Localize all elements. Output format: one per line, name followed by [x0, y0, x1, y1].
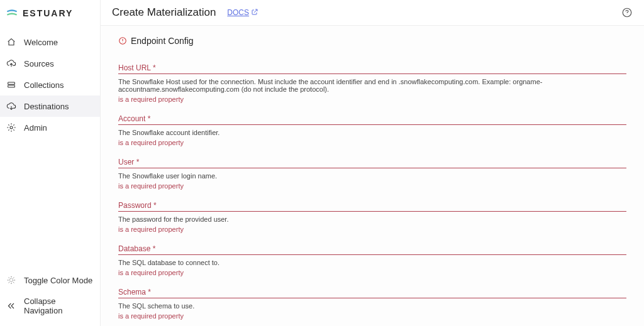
logo-area: ESTUARY	[0, 0, 100, 26]
field-error: is a required property	[118, 225, 626, 233]
sidebar-item-label: Welcome	[24, 38, 58, 47]
field-label-database[interactable]: Database *	[118, 244, 626, 255]
alert-icon	[118, 36, 127, 45]
field-error: is a required property	[118, 95, 626, 103]
sidebar-item-admin[interactable]: Admin	[0, 117, 100, 138]
toggle-color-mode[interactable]: Toggle Color Mode	[0, 269, 100, 291]
sidebar-item-label: Collections	[24, 80, 64, 90]
svg-point-7	[123, 42, 123, 43]
field-desc: The SQL schema to use.	[118, 302, 626, 310]
field-desc: The Snowflake Host used for the connecti…	[118, 78, 626, 93]
content: Endpoint Config Host URL * The Snowflake…	[101, 26, 644, 326]
field-host-url: Host URL * The Snowflake Host used for t…	[118, 63, 626, 103]
field-desc: The Snowflake user login name.	[118, 172, 626, 180]
field-error: is a required property	[118, 269, 626, 276]
field-label-schema[interactable]: Schema *	[118, 288, 626, 298]
field-label-host-url[interactable]: Host URL *	[118, 63, 626, 74]
docs-link[interactable]: DOCS	[227, 8, 258, 18]
home-icon	[6, 37, 16, 47]
field-desc: The password for the provided user.	[118, 215, 626, 223]
sidebar-item-sources[interactable]: Sources	[0, 53, 100, 74]
field-schema: Schema * The SQL schema to use. is a req…	[118, 288, 626, 320]
sidebar-item-welcome[interactable]: Welcome	[0, 31, 100, 53]
database-icon	[6, 80, 16, 90]
docs-label: DOCS	[227, 8, 249, 17]
svg-point-3	[9, 278, 13, 281]
field-error: is a required property	[118, 182, 626, 190]
sidebar-bottom: Toggle Color Mode Collapse Navigation	[0, 269, 100, 326]
main: Create Materialization DOCS	[101, 0, 644, 326]
sidebar-bottom-label: Collapse Navigation	[24, 296, 94, 315]
cloud-download-icon	[6, 101, 16, 111]
collapse-navigation[interactable]: Collapse Navigation	[0, 291, 100, 321]
header: Create Materialization DOCS	[101, 0, 644, 26]
chevrons-left-icon	[6, 301, 16, 311]
page-title: Create Materialization	[112, 6, 216, 19]
sidebar-item-collections[interactable]: Collections	[0, 74, 100, 95]
estuary-logo-icon	[6, 8, 18, 19]
cloud-upload-icon	[6, 58, 16, 68]
field-desc: The SQL database to connect to.	[118, 259, 626, 266]
brand-name: ESTUARY	[23, 8, 73, 18]
field-label-account[interactable]: Account *	[118, 114, 626, 125]
svg-point-5	[627, 14, 628, 15]
nav-items: Welcome Sources Collections	[0, 31, 100, 269]
external-link-icon	[251, 8, 258, 18]
svg-rect-0	[8, 82, 15, 84]
sidebar-item-label: Admin	[24, 123, 47, 133]
sidebar-bottom-label: Toggle Color Mode	[24, 276, 92, 285]
sun-icon	[6, 275, 16, 285]
section-header: Endpoint Config	[118, 36, 626, 46]
field-database: Database * The SQL database to connect t…	[118, 244, 626, 276]
gear-icon	[6, 122, 16, 133]
field-user: User * The Snowflake user login name. is…	[118, 158, 626, 190]
section-title: Endpoint Config	[131, 36, 194, 46]
field-error: is a required property	[118, 139, 626, 146]
svg-rect-1	[8, 85, 15, 87]
sidebar-item-destinations[interactable]: Destinations	[0, 95, 100, 117]
field-error: is a required property	[118, 312, 626, 320]
sidebar-item-label: Sources	[24, 59, 54, 68]
help-icon[interactable]	[621, 7, 633, 18]
field-desc: The Snowflake account identifier.	[118, 129, 626, 136]
sidebar-item-label: Destinations	[24, 102, 69, 111]
field-label-user[interactable]: User *	[118, 158, 626, 168]
field-account: Account * The Snowflake account identifi…	[118, 114, 626, 146]
svg-point-2	[10, 126, 13, 129]
sidebar: ESTUARY Welcome Sources	[0, 0, 101, 326]
field-label-password[interactable]: Password *	[118, 201, 626, 212]
field-password: Password * The password for the provided…	[118, 201, 626, 233]
